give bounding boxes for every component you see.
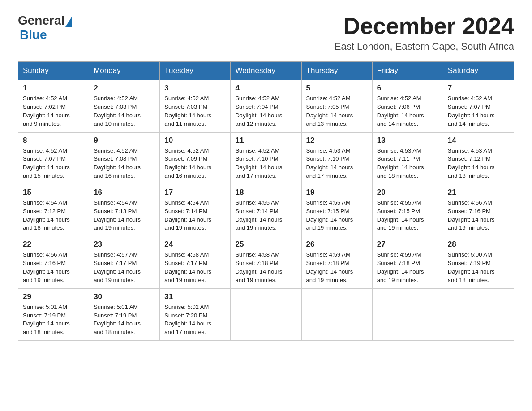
day-number: 7 xyxy=(448,84,509,93)
calendar-cell: 26Sunrise: 4:59 AMSunset: 7:18 PMDayligh… xyxy=(301,236,372,288)
day-number: 3 xyxy=(164,84,226,93)
day-number: 31 xyxy=(164,292,226,301)
day-number: 25 xyxy=(235,240,296,249)
calendar-cell: 24Sunrise: 4:58 AMSunset: 7:17 PMDayligh… xyxy=(160,236,231,288)
day-info: Sunrise: 4:53 AMSunset: 7:12 PMDaylight:… xyxy=(448,147,509,180)
week-row-1: 1Sunrise: 4:52 AMSunset: 7:02 PMDaylight… xyxy=(18,80,514,132)
day-info: Sunrise: 4:58 AMSunset: 7:18 PMDaylight:… xyxy=(235,251,296,284)
logo: General Blue xyxy=(18,13,72,42)
day-info: Sunrise: 4:52 AMSunset: 7:09 PMDaylight:… xyxy=(164,147,226,180)
day-number: 12 xyxy=(306,136,368,145)
day-info: Sunrise: 5:00 AMSunset: 7:19 PMDaylight:… xyxy=(448,251,509,284)
calendar-cell: 6Sunrise: 4:52 AMSunset: 7:06 PMDaylight… xyxy=(372,80,443,132)
calendar-cell: 16Sunrise: 4:54 AMSunset: 7:13 PMDayligh… xyxy=(89,184,160,236)
weekday-header-saturday: Saturday xyxy=(443,62,514,80)
calendar-cell: 7Sunrise: 4:52 AMSunset: 7:07 PMDaylight… xyxy=(443,80,514,132)
day-info: Sunrise: 4:52 AMSunset: 7:06 PMDaylight:… xyxy=(377,94,438,128)
week-row-5: 29Sunrise: 5:01 AMSunset: 7:19 PMDayligh… xyxy=(18,288,514,340)
calendar-cell: 9Sunrise: 4:52 AMSunset: 7:08 PMDaylight… xyxy=(89,132,160,184)
calendar-cell: 22Sunrise: 4:56 AMSunset: 7:16 PMDayligh… xyxy=(18,236,89,288)
day-number: 30 xyxy=(94,292,155,301)
day-info: Sunrise: 4:52 AMSunset: 7:04 PMDaylight:… xyxy=(235,94,296,128)
day-number: 23 xyxy=(94,240,155,249)
calendar-cell: 11Sunrise: 4:52 AMSunset: 7:10 PMDayligh… xyxy=(231,132,301,184)
weekday-header-tuesday: Tuesday xyxy=(160,62,231,80)
day-number: 6 xyxy=(377,84,438,93)
day-info: Sunrise: 4:52 AMSunset: 7:05 PMDaylight:… xyxy=(306,94,368,128)
day-number: 19 xyxy=(306,188,368,197)
day-number: 1 xyxy=(23,84,84,93)
day-number: 21 xyxy=(448,188,509,197)
day-number: 24 xyxy=(164,240,226,249)
day-info: Sunrise: 4:54 AMSunset: 7:13 PMDaylight:… xyxy=(94,199,155,232)
calendar-cell: 31Sunrise: 5:02 AMSunset: 7:20 PMDayligh… xyxy=(160,288,231,340)
week-row-2: 8Sunrise: 4:52 AMSunset: 7:07 PMDaylight… xyxy=(18,132,514,184)
calendar-cell: 13Sunrise: 4:53 AMSunset: 7:11 PMDayligh… xyxy=(372,132,443,184)
calendar-cell: 14Sunrise: 4:53 AMSunset: 7:12 PMDayligh… xyxy=(443,132,514,184)
weekday-header-sunday: Sunday xyxy=(18,62,89,80)
calendar-cell: 8Sunrise: 4:52 AMSunset: 7:07 PMDaylight… xyxy=(18,132,89,184)
day-number: 18 xyxy=(235,188,296,197)
calendar-cell xyxy=(443,288,514,340)
day-number: 5 xyxy=(306,84,368,93)
calendar-cell: 12Sunrise: 4:53 AMSunset: 7:10 PMDayligh… xyxy=(301,132,372,184)
day-info: Sunrise: 4:55 AMSunset: 7:15 PMDaylight:… xyxy=(377,199,438,232)
day-number: 11 xyxy=(235,136,296,145)
calendar-cell: 15Sunrise: 4:54 AMSunset: 7:12 PMDayligh… xyxy=(18,184,89,236)
day-info: Sunrise: 5:02 AMSunset: 7:20 PMDaylight:… xyxy=(164,303,226,337)
calendar-cell: 10Sunrise: 4:52 AMSunset: 7:09 PMDayligh… xyxy=(160,132,231,184)
calendar-cell: 3Sunrise: 4:52 AMSunset: 7:03 PMDaylight… xyxy=(160,80,231,132)
day-info: Sunrise: 5:01 AMSunset: 7:19 PMDaylight:… xyxy=(23,303,84,337)
calendar-cell: 20Sunrise: 4:55 AMSunset: 7:15 PMDayligh… xyxy=(372,184,443,236)
calendar-cell: 19Sunrise: 4:55 AMSunset: 7:15 PMDayligh… xyxy=(301,184,372,236)
calendar-cell: 25Sunrise: 4:58 AMSunset: 7:18 PMDayligh… xyxy=(231,236,301,288)
day-info: Sunrise: 4:52 AMSunset: 7:07 PMDaylight:… xyxy=(448,94,509,128)
calendar-cell: 17Sunrise: 4:54 AMSunset: 7:14 PMDayligh… xyxy=(160,184,231,236)
day-info: Sunrise: 4:55 AMSunset: 7:15 PMDaylight:… xyxy=(306,199,368,232)
calendar-cell: 18Sunrise: 4:55 AMSunset: 7:14 PMDayligh… xyxy=(231,184,301,236)
calendar-cell: 30Sunrise: 5:01 AMSunset: 7:19 PMDayligh… xyxy=(89,288,160,340)
day-number: 4 xyxy=(235,84,296,93)
calendar-cell xyxy=(231,288,301,340)
day-number: 28 xyxy=(448,240,509,249)
calendar-cell: 23Sunrise: 4:57 AMSunset: 7:17 PMDayligh… xyxy=(89,236,160,288)
day-info: Sunrise: 4:52 AMSunset: 7:02 PMDaylight:… xyxy=(23,94,84,128)
day-number: 2 xyxy=(94,84,155,93)
calendar-cell: 27Sunrise: 4:59 AMSunset: 7:18 PMDayligh… xyxy=(372,236,443,288)
calendar-cell: 28Sunrise: 5:00 AMSunset: 7:19 PMDayligh… xyxy=(443,236,514,288)
month-title: December 2024 xyxy=(335,13,514,39)
weekday-header-wednesday: Wednesday xyxy=(231,62,301,80)
day-number: 9 xyxy=(94,136,155,145)
day-info: Sunrise: 4:59 AMSunset: 7:18 PMDaylight:… xyxy=(306,251,368,284)
day-info: Sunrise: 4:54 AMSunset: 7:14 PMDaylight:… xyxy=(164,199,226,232)
header: General Blue December 2024 East London, … xyxy=(18,13,514,52)
day-number: 8 xyxy=(23,136,84,145)
day-info: Sunrise: 4:53 AMSunset: 7:10 PMDaylight:… xyxy=(306,147,368,180)
calendar-cell: 5Sunrise: 4:52 AMSunset: 7:05 PMDaylight… xyxy=(301,80,372,132)
day-number: 14 xyxy=(448,136,509,145)
day-number: 17 xyxy=(164,188,226,197)
week-row-3: 15Sunrise: 4:54 AMSunset: 7:12 PMDayligh… xyxy=(18,184,514,236)
week-row-4: 22Sunrise: 4:56 AMSunset: 7:16 PMDayligh… xyxy=(18,236,514,288)
day-number: 29 xyxy=(23,292,84,301)
weekday-header-friday: Friday xyxy=(372,62,443,80)
day-number: 22 xyxy=(23,240,84,249)
day-info: Sunrise: 4:56 AMSunset: 7:16 PMDaylight:… xyxy=(448,199,509,232)
day-info: Sunrise: 4:58 AMSunset: 7:17 PMDaylight:… xyxy=(164,251,226,284)
calendar-cell xyxy=(372,288,443,340)
calendar-table: SundayMondayTuesdayWednesdayThursdayFrid… xyxy=(18,61,514,341)
day-info: Sunrise: 4:54 AMSunset: 7:12 PMDaylight:… xyxy=(23,199,84,232)
calendar-cell: 1Sunrise: 4:52 AMSunset: 7:02 PMDaylight… xyxy=(18,80,89,132)
location-title: East London, Eastern Cape, South Africa xyxy=(335,41,514,52)
logo-triangle-icon xyxy=(65,17,72,27)
calendar-cell: 4Sunrise: 4:52 AMSunset: 7:04 PMDaylight… xyxy=(231,80,301,132)
title-area: December 2024 East London, Eastern Cape,… xyxy=(335,13,514,52)
day-number: 20 xyxy=(377,188,438,197)
weekday-header-row: SundayMondayTuesdayWednesdayThursdayFrid… xyxy=(18,62,514,80)
day-number: 27 xyxy=(377,240,438,249)
day-info: Sunrise: 4:55 AMSunset: 7:14 PMDaylight:… xyxy=(235,199,296,232)
day-info: Sunrise: 4:52 AMSunset: 7:03 PMDaylight:… xyxy=(164,94,226,128)
day-number: 15 xyxy=(23,188,84,197)
day-info: Sunrise: 4:59 AMSunset: 7:18 PMDaylight:… xyxy=(377,251,438,284)
day-info: Sunrise: 4:52 AMSunset: 7:08 PMDaylight:… xyxy=(94,147,155,180)
